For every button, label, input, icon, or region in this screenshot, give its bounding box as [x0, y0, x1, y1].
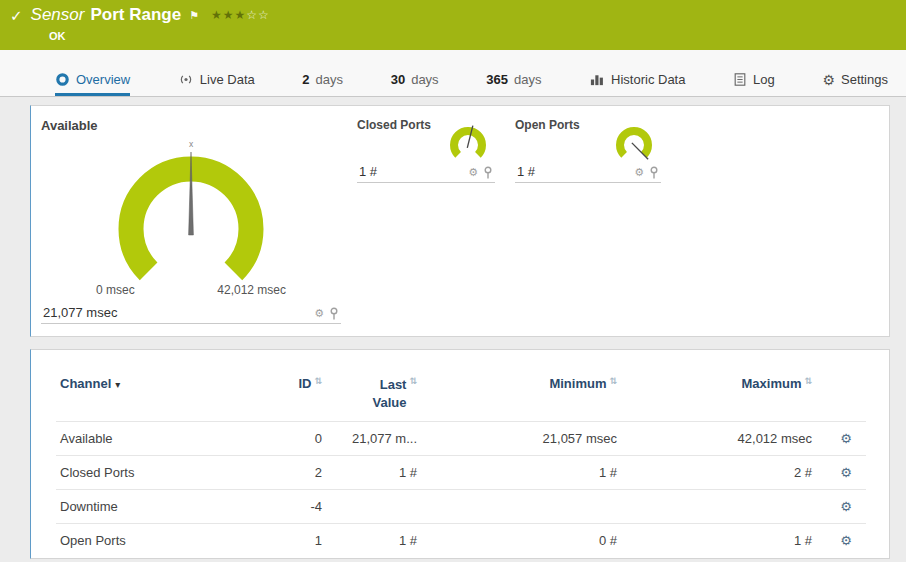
gauge-block-closed-ports: Closed Ports 1 # ⚙	[357, 118, 495, 183]
gauges-panel: Available x 0 msec 42,012 msec 21,077 ms…	[30, 105, 890, 337]
tab-365-days[interactable]: 365 days	[486, 50, 541, 96]
tab-30-days-number: 30	[391, 72, 405, 87]
tab-historic-data[interactable]: Historic Data	[589, 50, 685, 96]
column-header-id-label: ID	[298, 376, 311, 391]
column-header-channel[interactable]: Channel▾	[56, 374, 236, 422]
cell-id: -4	[236, 490, 326, 524]
sensor-header-bar: ✓ Sensor Port Range ⚑ ★★★☆☆ OK	[0, 0, 906, 50]
tab-log[interactable]: Log	[733, 50, 775, 96]
table-row-downtime: Downtime -4 ⚙	[56, 490, 866, 524]
tab-log-label: Log	[753, 72, 775, 87]
sort-icon: ⇅	[804, 376, 812, 386]
sort-icon: ⇅	[609, 376, 617, 386]
tab-live-data[interactable]: Live Data	[178, 50, 255, 96]
channel-settings-gear-icon[interactable]: ⚙	[840, 465, 852, 480]
sort-desc-icon: ▾	[115, 379, 120, 390]
column-header-last-value[interactable]: Last Value⇅	[326, 374, 421, 422]
tab-2-days[interactable]: 2 days	[302, 50, 343, 96]
cell-maximum: 2 #	[621, 456, 816, 490]
cell-minimum: 1 #	[421, 456, 621, 490]
closed-ports-gauge	[445, 120, 491, 166]
sort-icon: ⇅	[314, 376, 322, 386]
tab-overview-label: Overview	[76, 72, 130, 87]
status-check-icon: ✓	[10, 8, 23, 23]
log-icon	[733, 72, 747, 87]
table-row-closed-ports: Closed Ports 2 1 # 1 # 2 # ⚙	[56, 456, 866, 490]
gauge-settings-gear-icon[interactable]: ⚙	[314, 308, 324, 319]
tab-historic-data-label: Historic Data	[611, 72, 685, 87]
cell-id: 1	[236, 524, 326, 558]
cell-id: 2	[236, 456, 326, 490]
tab-settings-label: Settings	[841, 72, 888, 87]
tab-365-days-number: 365	[486, 72, 508, 87]
cell-last-value: 21,077 m...	[326, 422, 421, 456]
gauge-closed-ports-value: 1 #	[359, 164, 377, 179]
channel-settings-gear-icon[interactable]: ⚙	[840, 533, 852, 548]
gauge-block-available: Available x 0 msec 42,012 msec 21,077 ms…	[41, 118, 341, 324]
column-header-minimum-label: Minimum	[549, 376, 606, 391]
tab-30-days[interactable]: 30 days	[391, 50, 439, 96]
channel-settings-gear-icon[interactable]: ⚙	[840, 431, 852, 446]
cell-minimum	[421, 490, 621, 524]
cell-minimum: 0 #	[421, 524, 621, 558]
open-ports-gauge	[611, 120, 657, 166]
cell-last-value: 1 #	[326, 456, 421, 490]
tab-live-data-label: Live Data	[200, 72, 255, 87]
gauge-max-label: 42,012 msec	[217, 283, 286, 297]
cell-channel: Downtime	[56, 490, 236, 524]
gauge-settings-gear-icon[interactable]: ⚙	[468, 167, 478, 178]
table-row-open-ports: Open Ports 1 1 # 0 # 1 # ⚙	[56, 524, 866, 558]
cell-minimum: 21,057 msec	[421, 422, 621, 456]
settings-gear-icon: ⚙	[822, 73, 835, 87]
available-gauge: x	[96, 139, 286, 289]
channel-settings-gear-icon[interactable]: ⚙	[840, 499, 852, 514]
content-area: Available x 0 msec 42,012 msec 21,077 ms…	[0, 97, 906, 559]
cell-last-value	[326, 490, 421, 524]
column-header-minimum[interactable]: Minimum⇅	[421, 374, 621, 422]
sort-icon: ⇅	[409, 376, 417, 386]
tab-30-days-label: days	[411, 72, 438, 87]
cell-id: 0	[236, 422, 326, 456]
column-header-maximum[interactable]: Maximum⇅	[621, 374, 816, 422]
live-data-icon	[178, 72, 194, 87]
cell-last-value: 1 #	[326, 524, 421, 558]
cell-maximum	[621, 490, 816, 524]
tab-365-days-label: days	[514, 72, 541, 87]
channels-panel: Channel▾ ID⇅ Last Value⇅ Minimum⇅ Maximu…	[30, 349, 890, 559]
gauge-available-title: Available	[41, 118, 341, 133]
cell-maximum: 42,012 msec	[621, 422, 816, 456]
needle-marker: x	[189, 139, 194, 149]
gauge-settings-gear-icon[interactable]: ⚙	[634, 167, 644, 178]
channels-table: Channel▾ ID⇅ Last Value⇅ Minimum⇅ Maximu…	[56, 374, 866, 557]
tab-settings[interactable]: ⚙ Settings	[822, 50, 888, 96]
column-header-last-value-label: Last Value	[362, 376, 406, 411]
flag-icon[interactable]: ⚑	[189, 9, 199, 22]
page-title: Port Range	[90, 5, 181, 25]
gauge-open-ports-value: 1 #	[517, 164, 535, 179]
sensor-kind-label: Sensor	[31, 5, 85, 25]
pin-icon[interactable]	[649, 166, 659, 179]
tab-bar: Overview Live Data 2 days 30 days 365 da…	[0, 50, 906, 97]
column-header-channel-label: Channel	[60, 376, 111, 391]
cell-maximum: 1 #	[621, 524, 816, 558]
pin-icon[interactable]	[329, 307, 339, 320]
cell-channel: Closed Ports	[56, 456, 236, 490]
column-header-maximum-label: Maximum	[741, 376, 801, 391]
cell-channel: Available	[56, 422, 236, 456]
priority-stars-empty[interactable]: ☆☆	[246, 8, 270, 22]
gauge-min-label: 0 msec	[96, 283, 135, 297]
priority-stars-filled[interactable]: ★★★	[211, 8, 246, 22]
column-header-id[interactable]: ID⇅	[236, 374, 326, 422]
pin-icon[interactable]	[483, 166, 493, 179]
tab-overview[interactable]: Overview	[55, 50, 130, 96]
gauge-block-open-ports: Open Ports 1 # ⚙	[515, 118, 661, 183]
gauge-available-value: 21,077 msec	[43, 305, 117, 320]
column-header-actions	[816, 374, 866, 422]
tab-2-days-label: days	[316, 72, 343, 87]
tab-2-days-number: 2	[302, 72, 309, 87]
status-badge: OK	[49, 30, 896, 42]
cell-channel: Open Ports	[56, 524, 236, 558]
priority-stars[interactable]: ★★★☆☆	[211, 8, 270, 22]
overview-icon	[55, 72, 70, 87]
table-row-available: Available 0 21,077 m... 21,057 msec 42,0…	[56, 422, 866, 456]
